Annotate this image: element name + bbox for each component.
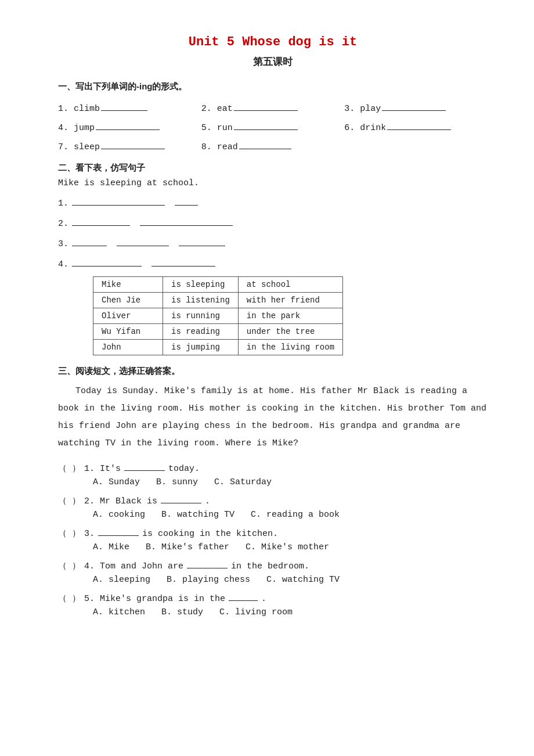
- blank-1[interactable]: [101, 100, 147, 111]
- table-cell: is sleeping: [163, 277, 239, 293]
- reference-table: Mike is sleeping at school Chen Jie is l…: [93, 276, 488, 355]
- table-cell: John: [93, 340, 163, 355]
- option-3a: A. Mike: [93, 542, 129, 552]
- item-num: 4. jump: [58, 123, 95, 133]
- option-4c: C. watching TV: [266, 575, 340, 585]
- q-blank-5[interactable]: [229, 591, 258, 601]
- option-2c: C. reading a book: [251, 510, 340, 520]
- fill-line-3: 3.: [58, 236, 488, 249]
- paren-4: （ ）: [58, 560, 81, 571]
- fill-blank-3c[interactable]: [179, 236, 225, 246]
- exercise-item-3: 3. play: [344, 100, 488, 114]
- blank-8[interactable]: [239, 139, 291, 149]
- q-num-3: 3.: [84, 529, 95, 539]
- q-num-4: 4. Tom and John are: [84, 561, 183, 571]
- fill-blank-2c[interactable]: [198, 215, 233, 226]
- table-row: Chen Jie is listening with her friend: [93, 293, 343, 308]
- exercise-item-6: 6. drink: [344, 120, 488, 133]
- table-cell: is running: [163, 308, 239, 324]
- item-num: 5. run: [201, 123, 233, 133]
- line-num: 4.: [58, 260, 70, 269]
- q-num-5: 5. Mike's grandpa is in the: [84, 594, 225, 604]
- mc-options-5: A. kitchen B. study C. living room: [93, 607, 488, 617]
- reading-passage: Today is Sunday. Mike's family is at hom…: [58, 383, 488, 452]
- table-row: John is jumping in the living room: [93, 340, 343, 355]
- mc-options-1: A. Sunday B. sunny C. Saturday: [93, 477, 488, 487]
- paren-5: （ ）: [58, 593, 81, 604]
- table-cell: is reading: [163, 324, 239, 340]
- section2-header: 二、看下表，仿写句子: [58, 163, 488, 174]
- mc-question-3: （ ） 3. is cooking in the kitchen.: [58, 525, 488, 539]
- paren-1: （ ）: [58, 463, 81, 474]
- section3-header: 三、阅读短文，选择正确答案。: [58, 366, 488, 377]
- blank-2[interactable]: [234, 100, 298, 111]
- fill-line-2: 2.: [58, 215, 488, 229]
- q-text-2: .: [205, 496, 210, 506]
- q-num-1: 1. It's: [84, 464, 121, 474]
- option-5c: C. living room: [219, 607, 293, 617]
- blank-4[interactable]: [96, 120, 160, 130]
- q-text-1: today.: [168, 464, 200, 474]
- table-cell: is listening: [163, 293, 239, 308]
- q-num-2: 2. Mr Black is: [84, 496, 157, 506]
- blank-3[interactable]: [382, 100, 446, 111]
- table-cell: Chen Jie: [93, 293, 163, 308]
- table-cell: Mike: [93, 277, 163, 293]
- line-num: 1.: [58, 199, 70, 208]
- blank-6[interactable]: [387, 120, 451, 130]
- page-title: Unit 5 Whose dog is it: [58, 35, 488, 49]
- section1-grid: 1. climb 2. eat 3. play 4. jump 5. run 6…: [58, 100, 488, 152]
- exercise-item-8: 8. read: [201, 139, 345, 152]
- fill-blank-2a[interactable]: [72, 215, 130, 226]
- item-num: 8. read: [201, 142, 238, 152]
- item-num: 1. climb: [58, 104, 100, 114]
- table-cell: under the tree: [238, 324, 342, 340]
- q-text-5: .: [261, 594, 266, 604]
- q-blank-3[interactable]: [98, 525, 139, 536]
- q-blank-2[interactable]: [161, 493, 201, 503]
- item-num: 6. drink: [344, 123, 386, 133]
- q-text-3: is cooking in the kitchen.: [142, 529, 278, 539]
- mc-question-1: （ ） 1. It's today.: [58, 460, 488, 474]
- q-blank-1[interactable]: [124, 460, 165, 471]
- example-sentence: Mike is sleeping at school.: [58, 178, 488, 188]
- fill-blank-1b[interactable]: [175, 195, 198, 206]
- fill-line-1: 1.: [58, 195, 488, 208]
- option-4a: A. sleeping: [93, 575, 150, 585]
- exercise-item-1: 1. climb: [58, 100, 201, 114]
- fill-blank-4a[interactable]: [72, 256, 142, 267]
- exercise-item-5: 5. run: [201, 120, 345, 133]
- exercise-item-2: 2. eat: [201, 100, 345, 114]
- table-cell: is jumping: [163, 340, 239, 355]
- fill-line-4: 4.: [58, 256, 488, 269]
- q-text-4: in the bedroom.: [231, 561, 309, 571]
- table-row: Oliver is running in the park: [93, 308, 343, 324]
- q-blank-4[interactable]: [187, 558, 228, 568]
- table-row: Mike is sleeping at school: [93, 277, 343, 293]
- exercise-item-7: 7. sleep: [58, 139, 201, 152]
- table-cell: Oliver: [93, 308, 163, 324]
- paren-2: （ ）: [58, 495, 81, 506]
- blank-7[interactable]: [101, 139, 165, 149]
- option-5a: A. kitchen: [93, 607, 145, 617]
- data-table: Mike is sleeping at school Chen Jie is l…: [93, 276, 343, 355]
- mc-question-2: （ ） 2. Mr Black is .: [58, 493, 488, 506]
- fill-blank-1a[interactable]: [72, 195, 165, 206]
- line-num: 2.: [58, 219, 70, 229]
- mc-question-4: （ ） 4. Tom and John are in the bedroom.: [58, 558, 488, 571]
- fill-blank-4b[interactable]: [151, 256, 215, 267]
- option-4b: B. playing chess: [167, 575, 250, 585]
- fill-blank-2b[interactable]: [140, 215, 198, 226]
- section1-header: 一、写出下列单词的-ing的形式。: [58, 81, 488, 92]
- table-cell: with her friend: [238, 293, 342, 308]
- fill-blank-3b[interactable]: [117, 236, 169, 246]
- table-cell: in the park: [238, 308, 342, 324]
- option-1c: C. Saturday: [214, 477, 272, 487]
- table-cell: in the living room: [238, 340, 342, 355]
- fill-blank-3a[interactable]: [72, 236, 107, 246]
- option-3c: C. Mike's mother: [246, 542, 329, 552]
- blank-5[interactable]: [234, 120, 298, 130]
- option-1a: A. Sunday: [93, 477, 140, 487]
- item-num: 3. play: [344, 104, 381, 114]
- option-3b: B. Mike's father: [146, 542, 229, 552]
